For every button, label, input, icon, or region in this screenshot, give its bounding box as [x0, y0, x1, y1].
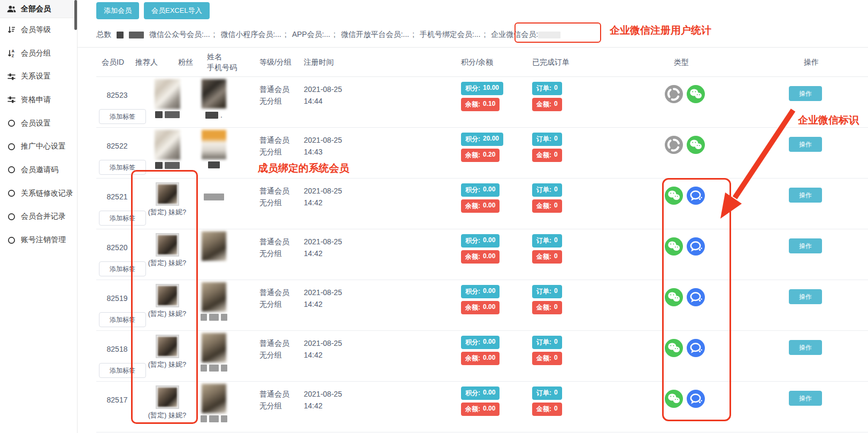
member-level: 普通会员 — [259, 185, 289, 197]
stat-value: ... — [474, 30, 481, 38]
orders-badge: 订单:0 — [532, 183, 562, 197]
wechat-icon — [687, 85, 705, 103]
orders-badge: 订单:0 — [532, 234, 562, 248]
member-group: 无分组 — [259, 146, 289, 158]
censored-text — [201, 314, 207, 321]
orders-badge: 订单:0 — [532, 133, 562, 146]
svg-text:Z: Z — [12, 54, 14, 58]
censored-text — [538, 32, 560, 38]
col-header-name: 姓名手机号码 — [207, 51, 237, 73]
type-cell — [665, 390, 705, 408]
add-tag-button[interactable]: 添加标签 — [99, 109, 146, 124]
action-button[interactable]: 操作 — [789, 188, 822, 203]
fans-cell — [190, 129, 238, 168]
stat-label: APP会员 — [292, 30, 322, 38]
sidebar-item-label: 会员分组 — [21, 49, 51, 58]
add-tag-button[interactable]: 添加标签 — [99, 261, 146, 276]
referrer-avatar — [155, 79, 180, 109]
reg-date: 2021-08-25 — [304, 185, 342, 197]
col-header-orders: 已完成订单 — [532, 57, 570, 67]
sidebar-item-4[interactable]: 资格申请 — [0, 88, 77, 112]
sort-lines-icon — [7, 25, 16, 34]
balance-badge: 余额:0.00 — [461, 352, 500, 365]
action-button[interactable]: 操作 — [789, 391, 822, 406]
reg-time: 14:42 — [304, 197, 342, 208]
reg-time-cell: 2021-08-2514:42 — [304, 185, 342, 208]
censored-text — [165, 111, 180, 118]
sidebar-item-7[interactable]: 会员邀请码 — [0, 158, 77, 182]
table-row: 82521(暂定) 妹妮?普通会员无分组2021-08-2514:42积分:0.… — [96, 179, 868, 229]
points-badge: 积分:20.00 — [461, 133, 503, 146]
stat-separator: ; — [483, 30, 486, 38]
sidebar-item-9[interactable]: 会员合并记录 — [0, 205, 77, 229]
stat-separator: ; — [213, 30, 216, 38]
reg-time: 14:44 — [304, 95, 342, 107]
points-badge: 积分:10.00 — [461, 82, 503, 95]
orders-cell: 订单:0金额:0 — [532, 336, 562, 368]
stats-total-label: 总数 — [96, 30, 111, 40]
stat-item-2: APP会员:...; — [292, 30, 335, 40]
sidebar-item-1[interactable]: 会员等级 — [0, 18, 77, 42]
referrer-avatar — [156, 284, 179, 307]
sidebar-item-3[interactable]: 关系设置 — [0, 65, 77, 88]
wework-icon — [687, 390, 705, 408]
sidebar-item-10[interactable]: 账号注销管理 — [0, 228, 77, 252]
type-cell — [665, 136, 705, 154]
censored-text — [209, 415, 219, 422]
action-button[interactable]: 操作 — [789, 86, 822, 101]
points-badge: 积分:0.00 — [461, 386, 500, 400]
censored-text — [221, 365, 227, 372]
member-level: 普通会员 — [259, 236, 289, 248]
level-cell: 普通会员无分组 — [259, 185, 289, 208]
add-tag-button[interactable]: 添加标签 — [99, 312, 146, 327]
add-member-button[interactable]: 添加会员 — [96, 2, 139, 19]
reg-date: 2021-08-25 — [304, 83, 342, 95]
action-button[interactable]: 操作 — [789, 340, 822, 355]
sidebar-item-5[interactable]: 会员设置 — [0, 112, 77, 135]
fan-avatar — [202, 130, 226, 159]
sidebar: 全部会员会员等级AZ会员分组关系设置资格申请会员设置推广中心设置会员邀请码关系链… — [0, 0, 78, 433]
stat-item-4: 手机号绑定会员:...; — [420, 30, 486, 40]
add-tag-button[interactable]: 添加标签 — [99, 160, 146, 175]
member-group: 无分组 — [259, 298, 289, 310]
wework-icon — [687, 339, 705, 357]
type-cell — [665, 187, 705, 205]
wechat-icon — [687, 136, 705, 154]
wechat-icon — [665, 237, 683, 256]
sidebar-item-2[interactable]: AZ会员分组 — [0, 42, 77, 65]
circle-icon — [7, 142, 16, 151]
referrer-avatar — [155, 130, 180, 160]
stat-label: 企业微信会员 — [491, 30, 536, 38]
action-button[interactable]: 操作 — [789, 137, 822, 152]
sidebar-item-8[interactable]: 关系链修改记录 — [0, 182, 77, 205]
type-cell — [665, 339, 705, 357]
reg-time: 14:42 — [304, 298, 342, 310]
stat-separator: ; — [412, 30, 414, 38]
sidebar-item-label: 会员合并记录 — [21, 212, 66, 221]
sidebar-item-0[interactable]: 全部会员 — [0, 0, 77, 18]
censored-text — [165, 162, 180, 169]
add-tag-button[interactable]: 添加标签 — [99, 363, 146, 378]
add-tag-button[interactable]: 添加标签 — [99, 211, 146, 226]
reg-time: 14:42 — [304, 248, 342, 259]
sidebar-item-6[interactable]: 推广中心设置 — [0, 135, 77, 158]
reg-date: 2021-08-25 — [304, 134, 342, 146]
sidebar-item-label: 会员邀请码 — [21, 165, 58, 175]
sidebar-item-label: 关系设置 — [21, 72, 51, 81]
orders-cell: 订单:0金额:0 — [532, 82, 562, 114]
action-button[interactable]: 操作 — [789, 289, 822, 304]
member-id: 82517 — [101, 396, 134, 404]
fans-cell: . — [190, 78, 238, 119]
circle-icon — [7, 119, 16, 128]
sidebar-scrollbar[interactable] — [74, 0, 77, 30]
level-cell: 普通会员无分组 — [259, 134, 289, 158]
level-cell: 普通会员无分组 — [259, 287, 289, 310]
table-row: 82519(暂定) 妹妮?普通会员无分组2021-08-2514:42积分:0.… — [96, 280, 868, 331]
balance-badge: 余额:0.10 — [461, 98, 500, 111]
excel-import-button[interactable]: 会员EXCEL导入 — [144, 2, 210, 19]
reg-time: 14:42 — [304, 400, 342, 412]
action-button[interactable]: 操作 — [789, 238, 822, 253]
wechat-icon — [665, 288, 683, 306]
amount-badge: 金额:0 — [532, 403, 562, 416]
stat-label: 微信公众号会员 — [149, 30, 202, 38]
